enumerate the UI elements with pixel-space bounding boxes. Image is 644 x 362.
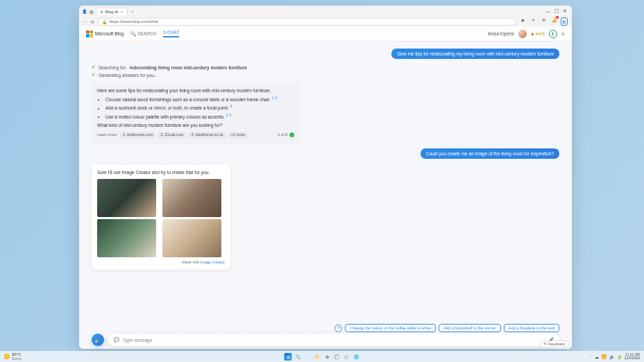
search-status: ✔Searching for: redecorating living room… xyxy=(92,64,559,78)
titlebar: 👤 ▥ b Bing AI × + — ▢ ✕ xyxy=(79,6,572,17)
source-pill[interactable]: 1. realhomes.com xyxy=(120,132,156,139)
tab-close-icon[interactable]: × xyxy=(121,10,124,14)
suggestion-row: ? Change the colour of the coffee table … xyxy=(334,324,559,332)
url-field[interactable]: 🔒 https://www.bing.com/chat xyxy=(98,18,516,26)
feedback-button[interactable]: ✎Feedback xyxy=(539,341,569,347)
clock[interactable]: 11:11 AM 21/4/2023 xyxy=(625,353,640,360)
image-creator-link[interactable]: Image Creator xyxy=(201,260,225,264)
lock-icon: 🔒 xyxy=(102,19,107,24)
onedrive-icon[interactable]: ☁ xyxy=(595,354,599,359)
suggestion-pill[interactable]: Add a bookshelf to the corner xyxy=(439,324,501,332)
source-pill[interactable]: +2 more xyxy=(228,132,248,139)
new-topic-button[interactable]: 🧹 xyxy=(92,334,104,346)
response-card: Here are some tips for redecorating your… xyxy=(92,82,300,144)
bing-header: Microsoft Bing 🔍SEARCH bCHAT Anisa Kiper… xyxy=(79,26,572,42)
maximize-button[interactable]: ▢ xyxy=(552,8,561,14)
task-view[interactable]: 📄 xyxy=(304,353,312,361)
check-icon: ✔ xyxy=(92,64,96,70)
user-message-1: Give me tips for redecorating my living … xyxy=(391,49,559,59)
learn-more: Learn more: 1. realhomes.com 2. 21oak.co… xyxy=(97,132,294,139)
favorites-icon[interactable]: ✦ xyxy=(529,17,536,26)
tip-item: Use a muted colour palette with primary … xyxy=(105,113,294,120)
bing-icon: b xyxy=(101,10,103,14)
back-button[interactable]: ← xyxy=(83,19,87,24)
image-credit: Made with Image Creator xyxy=(97,260,225,264)
minimize-button[interactable]: — xyxy=(544,9,552,14)
assistant-response-2: Sure I'll use Image Creator and try to c… xyxy=(92,164,559,270)
nav-search[interactable]: 🔍SEARCH xyxy=(130,31,156,37)
generated-image[interactable] xyxy=(97,219,156,257)
menu-icon[interactable]: ≡ xyxy=(561,31,565,37)
refresh-button[interactable]: ⟳ xyxy=(91,19,94,24)
image-card: Sure I'll use Image Creator and try to c… xyxy=(92,164,230,270)
check-icon: ✔ xyxy=(92,72,96,78)
weather-widget[interactable]: 20°C Sunny xyxy=(4,352,22,361)
bing-badge-icon[interactable]: b xyxy=(561,17,568,26)
user-avatar[interactable] xyxy=(518,30,527,38)
chat-area: Give me tips for redecorating my living … xyxy=(79,42,572,349)
source-pill[interactable]: 3. idealhome.co.uk xyxy=(188,132,226,139)
sidebar-toggle-icon[interactable]: ▥ xyxy=(90,9,94,14)
notifications-icon[interactable]: 🔔 xyxy=(550,17,557,26)
system-tray[interactable]: ˄ ☁ 📶 🔊 🔋 11:11 AM 21/4/2023 xyxy=(590,353,640,360)
taskbar-apps: ⊞ 🔍 📄 📁 ⚙ 💬 🛒 🌐 xyxy=(285,353,360,361)
user-name[interactable]: Anisa Kipersl xyxy=(488,31,514,36)
tip-item: Choose natural wood furnishings such as … xyxy=(105,96,294,103)
task-search[interactable]: 🔍 xyxy=(294,353,302,361)
search-icon: 🔍 xyxy=(130,31,136,37)
chat-input-icon: 💬 xyxy=(114,337,119,343)
chat-icon: b xyxy=(163,30,166,35)
generated-image[interactable] xyxy=(97,179,156,217)
image-grid xyxy=(97,179,225,257)
wifi-icon[interactable]: 📶 xyxy=(602,354,607,359)
new-tab-button[interactable]: + xyxy=(131,9,134,13)
assistant-response-1: Here are some tips for redecorating your… xyxy=(92,82,559,144)
tip-item: Add a sunburst clock or mirror, or both,… xyxy=(105,104,294,111)
nav-chat[interactable]: bCHAT xyxy=(163,30,179,37)
task-chat[interactable]: 💬 xyxy=(333,353,341,361)
task-explorer[interactable]: 📁 xyxy=(314,353,321,361)
sun-icon xyxy=(4,354,10,359)
suggestion-pill[interactable]: Add a fireplace to the wall xyxy=(504,324,559,332)
task-edge[interactable]: 🌐 xyxy=(353,353,360,361)
chat-input-placeholder: Type message xyxy=(123,338,545,343)
close-button[interactable]: ✕ xyxy=(561,8,569,14)
volume-icon[interactable]: 🔊 xyxy=(609,354,614,359)
chevron-up-icon[interactable]: ˄ xyxy=(590,354,592,359)
windows-taskbar: 20°C Sunny ⊞ 🔍 📄 📁 ⚙ 💬 🛒 🌐 ˄ ☁ 📶 🔊 🔋 11:… xyxy=(0,351,644,362)
status-dot xyxy=(289,132,294,137)
user-message-2: Could you create me an image of the livi… xyxy=(421,148,559,159)
help-icon[interactable]: ? xyxy=(334,325,342,332)
url-actions: ◆ ✦ ⚙ 🔔 b xyxy=(519,17,568,26)
shopping-icon[interactable]: ◆ xyxy=(519,17,526,26)
input-row: 🧹 💬 Type message 🎤 xyxy=(92,334,559,346)
task-settings[interactable]: ⚙ xyxy=(323,353,331,361)
start-button[interactable]: ⊞ xyxy=(285,353,292,361)
battery-icon[interactable]: 🔋 xyxy=(617,354,622,359)
generated-image[interactable] xyxy=(162,179,221,217)
url-text: https://www.bing.com/chat xyxy=(110,19,158,24)
browser-tab[interactable]: b Bing AI × xyxy=(96,8,128,15)
tab-title: Bing AI xyxy=(105,10,119,14)
bing-logo[interactable]: Microsoft Bing xyxy=(86,31,124,37)
personal-icon[interactable]: 👤 xyxy=(82,9,87,14)
task-store[interactable]: 🛒 xyxy=(343,353,350,361)
suggestion-pill[interactable]: Change the colour of the coffee table to… xyxy=(345,324,436,332)
rewards-points[interactable]: ◆ 4475 xyxy=(531,31,545,36)
safe-search-icon[interactable]: ⬆ xyxy=(549,30,557,38)
feedback-icon: ✎ xyxy=(543,342,547,346)
generated-image[interactable] xyxy=(162,219,221,257)
browser-window: 👤 ▥ b Bing AI × + — ▢ ✕ ← ⟳ 🔒 https://ww… xyxy=(79,6,572,349)
source-pill[interactable]: 2. 21oak.com xyxy=(158,132,186,139)
chat-input[interactable]: 💬 Type message 🎤 xyxy=(108,334,559,346)
url-bar: ← ⟳ 🔒 https://www.bing.com/chat ◆ ✦ ⚙ 🔔 … xyxy=(79,17,572,26)
extensions-icon[interactable]: ⚙ xyxy=(540,17,547,26)
